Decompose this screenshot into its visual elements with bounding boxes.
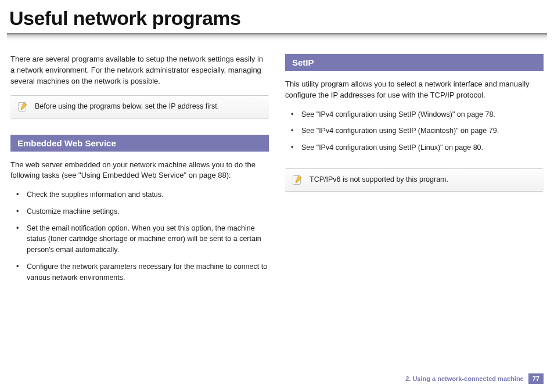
note-text: TCP/IPv6 is not supported by this progra… <box>310 175 448 185</box>
section-heading-setip: SetIP <box>285 54 544 71</box>
title-divider <box>7 33 547 41</box>
page-title: Useful network programs <box>0 0 554 33</box>
content-columns: There are several programs available to … <box>0 54 554 298</box>
note-box-ipv6: TCP/IPv6 is not supported by this progra… <box>285 168 544 192</box>
setip-list: See "IPv4 configuration using SetIP (Win… <box>285 109 544 159</box>
list-item: See "IPv4 configuration using SetIP (Lin… <box>291 142 544 159</box>
ews-paragraph: The web server embedded on your network … <box>10 160 269 182</box>
note-box-ip: Before using the programs below, set the… <box>10 95 269 118</box>
right-column: SetIP This utility program allows you to… <box>285 54 544 298</box>
page-footer: 2. Using a network-connected machine 77 <box>405 373 544 384</box>
list-item: Set the email notification option. When … <box>16 223 269 261</box>
list-item: See "IPv4 configuration using SetIP (Win… <box>291 109 544 126</box>
ews-list: Check the supplies information and statu… <box>10 189 269 289</box>
note-text: Before using the programs below, set the… <box>35 102 219 112</box>
list-item: Check the supplies information and statu… <box>16 189 269 206</box>
intro-paragraph: There are several programs available to … <box>10 54 269 87</box>
left-column: There are several programs available to … <box>10 54 269 298</box>
note-icon <box>292 175 303 185</box>
list-item: See "IPv4 configuration using SetIP (Mac… <box>291 125 544 142</box>
footer-chapter: 2. Using a network-connected machine <box>405 375 524 382</box>
footer-page-number: 77 <box>528 373 544 384</box>
section-heading-embedded-web-service: Embedded Web Service <box>10 135 269 152</box>
list-item: Configure the network parameters necessa… <box>16 261 269 289</box>
setip-paragraph: This utility program allows you to selec… <box>285 79 544 101</box>
list-item: Customize machine settings. <box>16 206 269 223</box>
note-icon <box>17 102 28 112</box>
